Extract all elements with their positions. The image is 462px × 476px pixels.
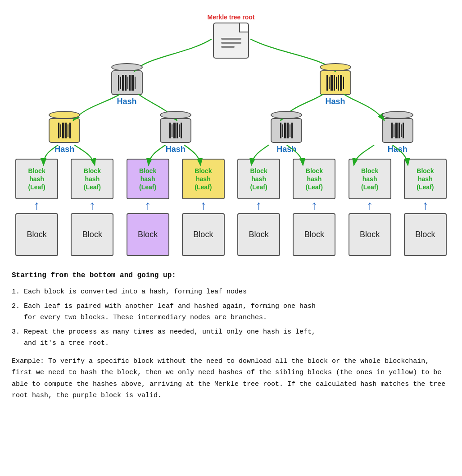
doc-line-2 [221,42,241,44]
arrow-6: ↑ [349,199,391,213]
hash-label-l1-right: Hash [325,97,345,106]
leaf-col-0: Blockhash(Leaf) [15,159,58,199]
block-row: Block Block Block Block Block Block Bloc… [5,213,457,256]
leaf-box-5: Blockhash(Leaf) [293,159,335,199]
cylinder-body-l1-left [111,70,143,95]
leaf-col-6: Blockhash(Leaf) [349,159,391,199]
cylinder-l2-3 [382,111,413,143]
doc-line-1 [221,38,241,40]
cylinder-body-l1-right [320,70,351,95]
cylinder-l2-2 [271,111,302,143]
block-box-3: Block [182,213,225,256]
cylinder-top-l1-left [111,63,143,71]
cylinder-top-l2-1 [160,111,191,119]
cylinder-body-l2-0 [49,118,80,143]
hash-label-l2-1: Hash [166,145,186,154]
root-row: Merkle tree root [5,14,457,59]
diagram: Merkle tree root [5,5,457,265]
level1-row: Hash Hash [5,63,457,106]
leaf-col-4: Blockhash(Leaf) [237,159,280,199]
leaf-box-7: Blockhash(Leaf) [404,159,447,199]
level2-hash-1: Hash [160,111,191,154]
leaf-row: Blockhash(Leaf) Blockhash(Leaf) Blockhas… [5,159,457,199]
level1-hash-right: Hash [320,63,351,106]
block-box-4: Block [237,213,280,256]
leaf-box-6: Blockhash(Leaf) [349,159,391,199]
text-list: 1. Each block is converted into a hash, … [12,286,450,349]
cylinder-l1-left [111,63,143,95]
cylinder-top-l1-right [320,63,351,71]
level2-hash-3: Hash [382,111,413,154]
text-section: Starting from the bottom and going up: 1… [5,265,457,410]
text-point-1: 1. Each block is converted into a hash, … [12,286,450,298]
text-example: Example: To verify a specific block with… [12,356,450,402]
leaf-box-2: Blockhash(Leaf) [127,159,169,199]
leaf-col-5: Blockhash(Leaf) [293,159,335,199]
hash-label-l2-2: Hash [276,145,296,154]
barcode-l2-1 [169,123,182,138]
text-point-3: 3. Repeat the process as many times as n… [12,326,450,349]
arrow-5: ↑ [293,199,335,213]
leaf-col-3: Blockhash(Leaf) [182,159,225,199]
text-point-2: 2. Each leaf is paired with another leaf… [12,301,450,324]
root-fold [239,23,248,32]
block-box-0: Block [15,213,58,256]
leaf-col-1: Blockhash(Leaf) [71,159,113,199]
cylinder-l2-1 [160,111,191,143]
barcode-l2-2 [280,123,293,138]
hash-label-l2-0: Hash [54,145,74,154]
cylinder-body-l2-2 [271,118,302,143]
arrow-3: ↑ [182,199,225,213]
arrow-7: ↑ [404,199,447,213]
root-node [213,23,249,59]
level2-hash-0: Hash [49,111,80,154]
doc-line-3 [221,46,235,48]
cylinder-l2-0 [49,111,80,143]
leaf-box-1: Blockhash(Leaf) [71,159,113,199]
level2-row: Hash Hash [5,111,457,154]
arrow-4: ↑ [237,199,280,213]
level2-hash-2: Hash [271,111,302,154]
arrow-0: ↑ [15,199,58,213]
cylinder-l1-right [320,63,351,95]
root-document-lines [217,30,246,51]
hash-label-l1-left: Hash [117,97,136,106]
merkle-tree-root-label: Merkle tree root [207,14,254,21]
level1-hash-left: Hash [111,63,143,106]
hash-label-l2-3: Hash [388,145,408,154]
cylinder-top-l2-2 [271,111,302,119]
block-box-7: Block [404,213,447,256]
leaf-box-3: Blockhash(Leaf) [182,159,225,199]
cylinder-top-l2-3 [382,111,413,119]
leaf-col-2: Blockhash(Leaf) [127,159,169,199]
barcode-l2-0 [58,123,71,138]
block-box-2: Block [127,213,169,256]
leaf-box-4: Blockhash(Leaf) [237,159,280,199]
block-box-6: Block [349,213,391,256]
text-heading: Starting from the bottom and going up: [12,270,450,282]
cylinder-top-l2-0 [49,111,80,119]
barcode-l1-right [326,75,344,91]
barcode-l2-3 [391,123,404,138]
arrow-2: ↑ [127,199,169,213]
arrow-1: ↑ [71,199,113,213]
block-box-1: Block [71,213,113,256]
block-box-5: Block [293,213,335,256]
arrow-row: ↑ ↑ ↑ ↑ ↑ ↑ ↑ ↑ [5,199,457,213]
leaf-box-0: Blockhash(Leaf) [15,159,58,199]
cylinder-body-l2-3 [382,118,413,143]
barcode-l1-left [118,75,136,91]
leaf-col-7: Blockhash(Leaf) [404,159,447,199]
cylinder-body-l2-1 [160,118,191,143]
